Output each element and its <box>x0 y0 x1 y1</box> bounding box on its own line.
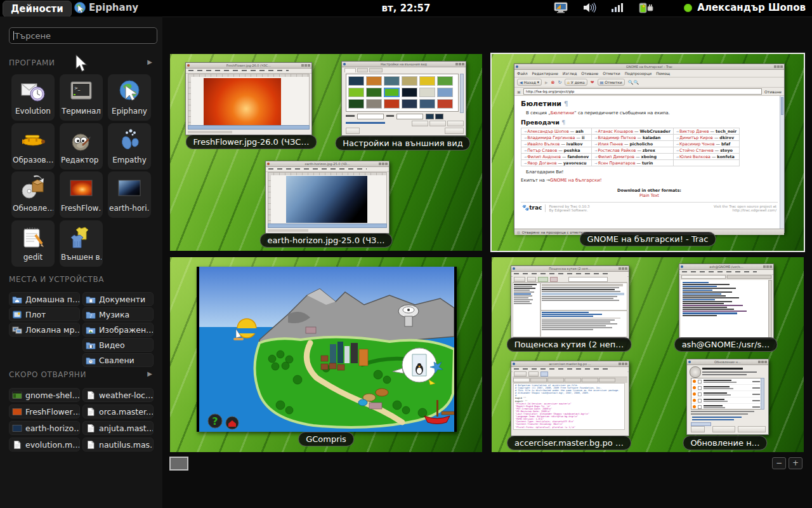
translator-name-link[interactable]: Виктор Дачев <box>679 129 709 134</box>
translator-name-link[interactable]: Петър Славов <box>527 148 557 153</box>
programs-expand-icon[interactable]: ▶ <box>147 58 152 65</box>
address-bar[interactable]: ▣ http://fsa-bg.org/project/gtp Отиване <box>514 88 784 96</box>
app-tile-earthhori[interactable]: earth-hori… <box>108 171 151 218</box>
app-tile-gedit[interactable]: gedit <box>11 220 55 267</box>
network-signal-icon[interactable] <box>610 1 624 14</box>
team-link[interactable]: GNOME на български! <box>550 178 602 183</box>
wallpaper-thumbnail[interactable] <box>402 99 417 109</box>
sidebar-item-weatherloc[interactable]: weather-loc… <box>82 388 154 402</box>
window-gimp-freshflower[interactable]: FreshFlower.jpg-26.0 (ЧЗС… <box>185 62 312 135</box>
url-input[interactable]: http://fsa-bg.org/project/gtp <box>523 88 762 95</box>
app-tile-терминал[interactable]: >_ Терминал <box>60 74 103 121</box>
sidebar-item-freshflower[interactable]: FreshFlower… <box>9 404 80 418</box>
translator-name-link[interactable]: Филип Андонов <box>527 154 561 159</box>
wallpaper-thumbnail[interactable] <box>402 76 417 86</box>
clock[interactable]: вт, 22:57 <box>382 3 431 14</box>
translator-name-link[interactable]: Юлия Велкова <box>679 154 710 159</box>
battery-icon[interactable] <box>638 1 655 14</box>
app-tile-empathy[interactable]: Empathy <box>108 123 151 170</box>
sidebar-item-orcamaster[interactable]: orca.master.… <box>82 404 154 418</box>
window-epiphany-trac[interactable]: GNOME на български! - Trac ФайлРедактира… <box>514 64 785 233</box>
app-tile-редактор[interactable]: Редактор … <box>60 123 103 170</box>
terminal-tab-active[interactable] <box>681 275 726 279</box>
sidebar-item-документи[interactable]: Документи <box>82 292 154 306</box>
sidebar-item-свалени[interactable]: Свалени <box>82 353 154 367</box>
wallpaper-thumbnail[interactable] <box>419 88 435 97</box>
volume-icon[interactable] <box>582 1 596 14</box>
wallpaper-thumbnail[interactable] <box>437 99 453 109</box>
sidebar-item-домашнап[interactable]: Домашна п… <box>9 292 80 306</box>
translator-name-link[interactable]: Илия Пенев <box>598 142 623 147</box>
wallpaper-thumbnail[interactable] <box>402 88 417 97</box>
sidebar-item-anjutamast[interactable]: anjuta.mast… <box>82 421 154 435</box>
update-checkbox[interactable] <box>698 405 702 409</box>
update-checkbox[interactable] <box>698 386 702 390</box>
user-menu[interactable]: Александър Шопов <box>684 2 806 13</box>
wallpaper-thumbnail[interactable] <box>366 76 382 86</box>
wallpaper-thumbnail[interactable] <box>419 76 435 86</box>
sidebar-item-earthhorizo[interactable]: earth-horizo… <box>9 421 80 435</box>
app-tile-външенв[interactable]: Външен в… <box>60 220 103 267</box>
workspace-add-button[interactable]: + <box>789 457 802 469</box>
update-row[interactable] <box>691 391 761 398</box>
update-checkbox[interactable] <box>698 392 702 396</box>
wallpaper-thumbnail[interactable] <box>437 76 453 86</box>
scrollbar[interactable] <box>780 96 784 229</box>
app-tile-evolution[interactable]: Evolution <box>11 74 55 121</box>
terminal-text-area[interactable] <box>681 280 769 338</box>
translator-name-link[interactable]: Ростислав Райков <box>598 148 636 153</box>
window-evolution-mail[interactable]: Пощенска кутия (2 неп… <box>511 265 629 339</box>
translator-name-link[interactable]: Ясен Праматаров <box>598 161 635 166</box>
message-list-pane[interactable] <box>540 283 627 311</box>
translator-name-link[interactable]: Владимир Петков <box>598 135 636 140</box>
sidebar-item-gnomeshel[interactable]: gnome-shel… <box>9 388 80 402</box>
update-checkbox[interactable] <box>698 380 702 384</box>
sidebar-item-музика[interactable]: ♪ Музика <box>82 307 154 321</box>
window-gedit-po[interactable]: accerciser.master.bg.po … # Bulgarian tr… <box>511 361 629 436</box>
translator-name-link[interactable]: Александър Шопов <box>527 129 568 134</box>
wallpaper-thumbnail[interactable] <box>384 88 400 97</box>
wallpaper-thumbnail[interactable] <box>384 99 400 109</box>
wallpaper-thumbnail[interactable] <box>348 88 364 97</box>
folder-pane[interactable] <box>513 283 540 337</box>
translator-name-link[interactable]: Красимир Чонов <box>679 142 714 147</box>
translator-name-link[interactable]: Явор Доганов <box>527 161 556 166</box>
wallpaper-thumbnail[interactable] <box>419 99 435 109</box>
update-row[interactable] <box>691 398 761 404</box>
bulletin-link[interactable]: Бюлетини <box>551 110 574 116</box>
update-checkbox[interactable] <box>698 399 702 403</box>
gedit-text-area[interactable]: # Bulgarian translation of accerciser po… <box>513 383 625 430</box>
wallpaper-thumbnail[interactable] <box>366 88 382 97</box>
home-button[interactable]: ⌂У дома <box>565 79 587 86</box>
workspace-4[interactable]: Пощенска кутия (2 неп… Пощенска кутия (2… <box>492 257 804 452</box>
workspace-3[interactable]: ? GCompris <box>170 257 482 452</box>
terminal-tab[interactable] <box>727 275 771 279</box>
app-tile-epiphany[interactable]: Epiphany <box>108 74 151 121</box>
updates-list[interactable] <box>691 378 762 410</box>
translator-name-link[interactable]: Филип Димитров <box>598 154 634 159</box>
window-gimp-earth[interactable]: earth-horizon.jpg-25.0 (ЧЗ… <box>265 161 390 234</box>
focused-app-indicator[interactable]: Epiphany <box>74 1 138 14</box>
app-tile-образов[interactable]: Образов… <box>11 123 55 170</box>
go-button[interactable]: Отиване <box>764 90 782 94</box>
translator-name-link[interactable]: Атанас Кошаров <box>598 129 633 134</box>
wallpaper-thumbnail[interactable] <box>384 76 400 86</box>
sidebar-item-плот[interactable]: Плот <box>9 307 80 321</box>
workspace-remove-button[interactable]: − <box>772 457 786 469</box>
sidebar-item-изображен[interactable]: Изображен… <box>82 323 154 337</box>
bookmarks-button[interactable]: ▤Отметки <box>598 79 625 86</box>
update-row[interactable] <box>691 385 761 391</box>
window-gcompris[interactable]: ? <box>197 267 457 432</box>
translator-name-link[interactable]: Владимира Гиргинова <box>527 135 575 140</box>
wallpaper-thumbnail[interactable] <box>348 76 364 86</box>
sidebar-item-evolutionm[interactable]: evolution.m… <box>9 438 80 451</box>
activities-button[interactable]: Дейности <box>3 1 72 17</box>
window-terminal[interactable]: ash@GNOME:/usr/s… <box>679 264 774 340</box>
gedit-tab-strip[interactable] <box>513 377 627 383</box>
app-tile-freshflow[interactable]: FreshFlow… <box>60 171 103 218</box>
translator-name-link[interactable]: Димитър Киров <box>679 135 713 140</box>
update-row[interactable] <box>691 404 761 410</box>
update-row[interactable] <box>691 378 761 385</box>
wallpaper-thumbnail[interactable] <box>348 99 364 109</box>
search-input[interactable]: Търсене <box>9 27 157 44</box>
